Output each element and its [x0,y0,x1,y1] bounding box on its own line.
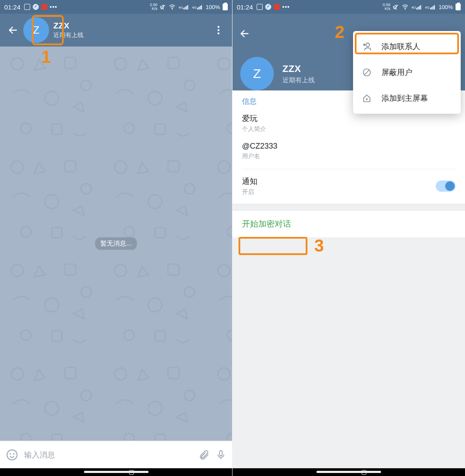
system-nav-bar[interactable] [232,468,465,476]
profile-status: 近期有上线 [282,76,315,84]
status-right: 0.59 K/s 4G 4G 100% [383,3,461,11]
status-indicators-left: ••• [24,3,58,10]
section-gap [232,204,465,211]
profile-title-block: ZZX 近期有上线 [282,63,315,84]
svg-point-11 [217,32,219,34]
chat-status: 近期有上线 [53,31,84,39]
svg-rect-6 [198,7,199,9]
svg-rect-8 [201,5,202,9]
status-right: 2.00 K/s 4G 4G 100% [150,3,228,11]
svg-point-25 [366,43,369,47]
speed-unit: K/s [150,7,158,11]
svg-rect-24 [434,5,435,9]
status-bar: 01:24 ••• 2.00 K/s 4G 4G [0,0,232,14]
svg-rect-23 [433,6,434,9]
home-add-icon [362,93,372,103]
menu-item-label: 添加联系人 [381,41,420,52]
svg-point-10 [217,29,219,31]
svg-rect-15 [220,451,222,456]
wifi-icon [169,4,176,10]
bio-label: 个人简介 [242,125,456,133]
username-row[interactable]: @CZ2333 用户名 [232,137,465,165]
mic-icon[interactable] [216,449,226,460]
chat-name: ZZX [53,21,84,31]
svg-point-0 [172,9,173,9]
profile-name: ZZX [282,63,315,75]
app-icon [274,4,280,10]
svg-rect-20 [420,5,421,9]
net-speed: 2.00 K/s [150,3,158,11]
status-time: 01:24 [4,3,21,11]
signal-icon-2: 4G [425,4,436,9]
svg-rect-22 [431,7,432,9]
empty-space [232,237,465,468]
svg-rect-19 [419,6,420,9]
annotation-num-1: 1 [41,47,51,67]
back-button[interactable] [237,26,252,41]
attach-icon[interactable] [198,449,210,460]
notif-title: 通知 [242,176,257,187]
battery-icon [456,3,461,10]
picture-icon [257,4,263,10]
signal-icon-1: 4G [178,4,189,9]
app-icon [41,4,47,10]
signal-icon-1: 4G [411,4,422,9]
svg-rect-4 [187,5,188,9]
svg-rect-7 [200,6,201,9]
svg-rect-21 [430,8,431,9]
overflow-menu: 添加联系人 屏蔽用户 添加到主屏幕 [353,31,461,114]
notif-switch[interactable] [436,180,456,192]
chat-header: Z ZZX 近期有上线 [0,14,232,47]
signal-icon-2: 4G [192,4,203,9]
profile-header: Z ZZX 近期有上线 添加联系人 屏蔽用户 [232,14,465,90]
battery-icon [223,3,228,10]
mute-icon [160,4,166,10]
status-bar: 01:24 ••• 0.59 K/s 4G 4G [232,0,465,14]
svg-point-9 [217,26,219,28]
status-time: 01:24 [237,3,253,11]
svg-rect-17 [416,8,417,9]
battery-percent: 100% [439,4,453,10]
battery-percent: 100% [206,4,220,10]
svg-point-12 [7,450,17,460]
divider [242,169,456,169]
emoji-icon[interactable] [6,449,18,461]
bio-value: 爱玩 [242,113,456,124]
empty-message: 暂无消息... [95,237,137,250]
chat-body[interactable]: 暂无消息... [0,47,232,441]
svg-point-13 [10,453,10,454]
encrypt-section[interactable]: 开始加密对话 [232,211,465,237]
message-input-bar: 输入消息 [0,441,232,468]
more-button[interactable] [210,22,227,39]
net-speed: 0.59 K/s [383,3,391,11]
menu-add-contact[interactable]: 添加联系人 [353,34,461,59]
menu-add-homescreen[interactable]: 添加到主屏幕 [353,85,461,111]
back-button[interactable] [5,22,21,38]
svg-point-14 [13,453,14,454]
annotation-num-3: 3 [314,236,324,255]
menu-item-label: 添加到主屏幕 [381,93,428,103]
svg-rect-3 [186,6,187,9]
check-icon [265,4,271,10]
svg-rect-1 [183,8,184,9]
menu-item-label: 屏蔽用户 [381,67,412,78]
profile-avatar[interactable]: Z [240,57,274,90]
overflow-icon: ••• [50,3,58,10]
status-indicators-left: ••• [257,3,290,10]
svg-point-16 [405,9,406,9]
menu-block-user[interactable]: 屏蔽用户 [353,59,461,85]
person-add-icon [362,41,372,52]
svg-rect-2 [185,7,186,9]
message-input[interactable]: 输入消息 [24,450,192,460]
notifications-row[interactable]: 通知 开启 [232,171,465,204]
annotation-num-2: 2 [335,22,344,42]
system-nav-bar[interactable] [0,468,232,476]
mute-icon [393,4,399,10]
chat-avatar[interactable]: Z [23,17,49,43]
chat-screen: 01:24 ••• 2.00 K/s 4G 4G [0,0,232,476]
svg-rect-5 [197,8,198,9]
svg-rect-18 [418,7,418,9]
check-icon [33,4,39,10]
chat-title-block[interactable]: ZZX 近期有上线 [53,21,84,39]
speed-unit: K/s [383,7,391,11]
